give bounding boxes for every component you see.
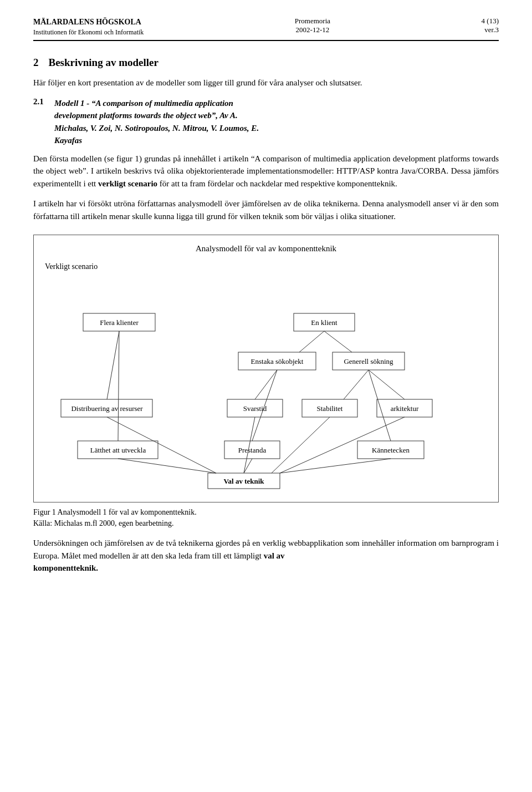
- svg-text:Generell sökning: Generell sökning: [344, 357, 393, 365]
- diagram-container: Analysmodell för val av komponentteknik …: [33, 235, 499, 502]
- bold-val-av: val av: [264, 551, 285, 560]
- subsection-number: 2.1: [33, 97, 54, 147]
- diagram-svg: Flera klienter En klient Enstaka sökobje…: [50, 280, 482, 491]
- subsection-2-1: 2.1 Modell 1 - “A comparison of multimed…: [33, 97, 499, 147]
- header-page: 4 (13) ver.3: [482, 17, 499, 34]
- header-doctype: Promemoria 2002-12-12: [295, 17, 330, 34]
- svg-line-28: [255, 370, 277, 399]
- section-2-heading: 2Beskrivning av modeller: [33, 57, 499, 69]
- figure-caption-1: Figur 1 Analysmodell 1 för val av kompon…: [33, 508, 499, 517]
- subsection-title: Modell 1 - “A comparison of multimedia a…: [54, 97, 259, 147]
- svg-text:En klient: En klient: [311, 318, 337, 327]
- page: MÄLARDALENS HÖGSKOLA Institutionen för E…: [0, 0, 532, 792]
- institution-name: MÄLARDALENS HÖGSKOLA: [33, 17, 144, 28]
- svg-line-36: [118, 459, 216, 473]
- svg-text:Prestanda: Prestanda: [238, 446, 267, 454]
- svg-text:Enstaka sökobjekt: Enstaka sökobjekt: [251, 357, 304, 365]
- svg-text:Distribuering av resurser: Distribuering av resurser: [71, 404, 143, 413]
- institution-sub: Institutionen för Ekonomi och Informatik: [33, 28, 144, 37]
- diagram-scenario-label: Verkligt scenario: [45, 262, 487, 271]
- svg-text:Kännetecken: Kännetecken: [372, 446, 410, 454]
- diagram-title: Analysmodell för val av komponentteknik: [45, 244, 487, 253]
- header-institution: MÄLARDALENS HÖGSKOLA Institutionen för E…: [33, 17, 144, 37]
- svg-line-32: [369, 370, 405, 399]
- svg-line-24: [107, 331, 119, 399]
- svg-text:Val av teknik: Val av teknik: [223, 477, 264, 485]
- intro-paragraph: Här följer en kort presentation av de mo…: [33, 77, 499, 89]
- svg-text:arkitektur: arkitektur: [391, 404, 419, 413]
- svg-text:Lätthet att utveckla: Lätthet att utveckla: [90, 446, 146, 454]
- svg-line-27: [324, 331, 352, 352]
- svg-line-25: [118, 331, 119, 441]
- svg-text:Flera klienter: Flera klienter: [100, 318, 139, 327]
- paragraph-2: I artikeln har vi försökt utröna författ…: [33, 197, 499, 222]
- bold-komponentteknik: komponentteknik.: [33, 563, 98, 572]
- svg-text:Stabilitet: Stabilitet: [317, 404, 343, 413]
- svg-line-30: [344, 370, 369, 399]
- figure-caption-2: Källa: Michalas m.fl 2000, egen bearbetn…: [33, 519, 499, 528]
- page-header: MÄLARDALENS HÖGSKOLA Institutionen för E…: [33, 17, 499, 41]
- bold-verkligt-scenario: verkligt scenario: [98, 179, 157, 188]
- paragraph-1: Den första modellen (se figur 1) grundas…: [33, 153, 499, 190]
- svg-line-37: [272, 417, 330, 473]
- svg-line-26: [299, 331, 324, 352]
- bottom-paragraph: Undersökningen och jämförelsen av de två…: [33, 537, 499, 575]
